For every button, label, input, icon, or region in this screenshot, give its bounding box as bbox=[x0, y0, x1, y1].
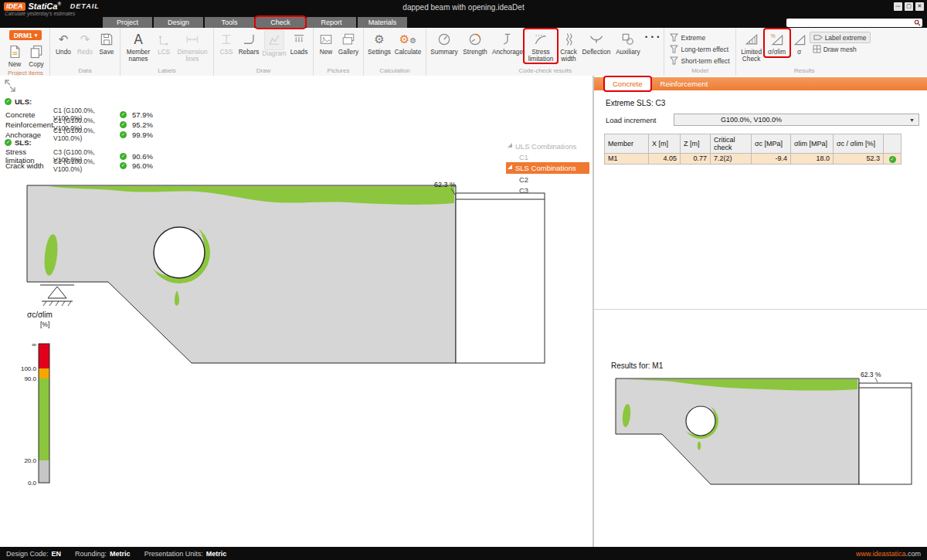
col-sigma-c[interactable]: σc [MPa] bbox=[752, 134, 791, 154]
copy-icon bbox=[29, 44, 44, 59]
long-term-effect-toggle[interactable]: Long-term effect bbox=[667, 43, 732, 55]
overflow-button[interactable]: • • • bbox=[643, 33, 661, 41]
label-extreme-toggle[interactable]: Label extreme bbox=[810, 32, 871, 43]
dimension-lines-button[interactable]: Dimension lines bbox=[174, 29, 211, 63]
member-names-button[interactable]: A Member names bbox=[123, 29, 154, 63]
sigma-icon bbox=[792, 32, 807, 47]
table-header-row: Member X [m] Z [m] Critical check σc [MP… bbox=[605, 134, 902, 154]
search-icon[interactable] bbox=[914, 19, 921, 26]
calculate-button[interactable]: ⚙⚙ Calculate bbox=[392, 29, 423, 56]
gears-icon: ⚙⚙ bbox=[399, 34, 416, 46]
draw-mesh-toggle[interactable]: Draw mesh bbox=[810, 43, 871, 55]
tree-item-c3[interactable]: C3 bbox=[506, 185, 589, 195]
beam-outline bbox=[27, 185, 456, 363]
save-button[interactable]: Save bbox=[96, 29, 117, 56]
undo-icon: ↶ bbox=[59, 34, 69, 46]
minimize-icon[interactable]: — bbox=[894, 2, 902, 11]
gallery-button[interactable]: Gallery bbox=[336, 29, 361, 56]
expander-icon[interactable] bbox=[508, 143, 512, 148]
col-member[interactable]: Member bbox=[605, 134, 649, 154]
new-project-item-button[interactable]: New bbox=[4, 42, 25, 69]
extreme-filter-icon bbox=[670, 33, 678, 42]
auxiliary-button[interactable]: Auxiliary bbox=[613, 29, 643, 56]
settings-button[interactable]: ⚙ Settings bbox=[366, 29, 392, 56]
dimension-lines-icon bbox=[185, 32, 200, 46]
sigma-button[interactable]: σ bbox=[789, 29, 810, 56]
css-button[interactable]: CSS bbox=[216, 29, 236, 56]
anchorage-button[interactable]: Anchorage bbox=[491, 29, 525, 56]
label-tag-icon bbox=[813, 33, 823, 42]
member-preview-drawing[interactable]: 62.3 % bbox=[594, 369, 927, 490]
col-ratio[interactable]: σc / σlim [%] bbox=[834, 134, 884, 154]
beam-drawing[interactable]: 62.3 % σc/σlim [%] ∞ 100.0 90.0 20.0 0.0 bbox=[0, 76, 593, 547]
tree-item-uls-combinations[interactable]: ULS Combinations bbox=[506, 141, 589, 151]
undo-button[interactable]: ↶ Undo bbox=[53, 29, 74, 56]
support-symbol bbox=[40, 285, 74, 306]
design-code-status: Design Code:EN bbox=[6, 550, 61, 558]
tree-item-c2[interactable]: C2 bbox=[506, 174, 589, 185]
drm1-dropdown[interactable]: DRM1▾ bbox=[9, 30, 42, 40]
deflection-button[interactable]: Deflection bbox=[580, 29, 613, 56]
strength-button[interactable]: Strength bbox=[460, 29, 491, 56]
photo-icon bbox=[318, 32, 334, 46]
short-term-icon bbox=[670, 56, 678, 65]
beam-outline-small bbox=[616, 378, 859, 484]
tab-reinforcement[interactable]: Reinforcement bbox=[653, 77, 716, 90]
col-sigma-lim[interactable]: σlim [MPa] bbox=[791, 134, 834, 154]
tab-report[interactable]: Report bbox=[307, 17, 356, 28]
diagram-icon bbox=[267, 33, 281, 47]
expander-icon[interactable] bbox=[508, 165, 512, 169]
load-increment-select[interactable]: G100.0%, V100.0% ▼ bbox=[674, 114, 919, 126]
col-critical-check[interactable]: Critical check bbox=[711, 134, 752, 154]
anchorage-icon bbox=[500, 32, 515, 47]
crack-width-button[interactable]: Crack width bbox=[557, 29, 580, 63]
col-z[interactable]: Z [m] bbox=[681, 134, 711, 154]
diagram-button[interactable]: Diagram bbox=[261, 29, 287, 58]
new-page-icon bbox=[7, 44, 22, 59]
cell-sigma-c: -9.4 bbox=[752, 154, 791, 165]
legend-unit: [%] bbox=[40, 321, 49, 328]
table-row-m1[interactable]: M1 4.05 0.77 7.2(2) -9.4 18.0 52.3 bbox=[605, 154, 902, 165]
end-block bbox=[456, 193, 545, 363]
maximize-icon[interactable]: ▢ bbox=[905, 2, 913, 11]
summary-gauge-icon bbox=[436, 32, 452, 47]
col-x[interactable]: X [m] bbox=[649, 134, 681, 154]
save-icon bbox=[99, 32, 114, 47]
sigma-over-sigmalim-button[interactable]: % σ/σlim bbox=[765, 29, 789, 56]
ribbon-group-labels: A Member names LCS Dimension lines Label… bbox=[121, 28, 214, 76]
tab-project[interactable]: Project bbox=[103, 17, 152, 28]
close-icon[interactable]: ✕ bbox=[915, 2, 924, 11]
short-term-effect-toggle[interactable]: Short-term effect bbox=[667, 55, 732, 66]
long-term-icon bbox=[670, 45, 678, 53]
member-names-icon: A bbox=[134, 33, 143, 46]
rebars-button[interactable]: Rebars bbox=[236, 29, 261, 56]
new-picture-button[interactable]: New bbox=[316, 29, 336, 56]
tab-check[interactable]: Check bbox=[256, 17, 305, 28]
copy-project-item-button[interactable]: Copy bbox=[25, 42, 47, 69]
tab-concrete[interactable]: Concrete bbox=[605, 77, 650, 90]
website-link[interactable]: www.ideastatica.com bbox=[856, 550, 921, 558]
summary-button[interactable]: Summary bbox=[429, 29, 460, 56]
tree-item-c1[interactable]: C1 bbox=[506, 151, 589, 162]
app-tagline: Calculate yesterday's estimates bbox=[5, 11, 75, 16]
deflection-icon bbox=[589, 32, 604, 47]
tab-design[interactable]: Design bbox=[154, 17, 203, 28]
extreme-value-label: 62.3 % bbox=[434, 181, 456, 188]
limited-check-button[interactable]: Limited Check bbox=[739, 29, 765, 63]
tab-materials[interactable]: Materials bbox=[358, 17, 407, 28]
model-canvas[interactable]: ULS: Concrete C1 (G100.0%, V100.0%) 57.9… bbox=[0, 76, 593, 547]
lcs-button[interactable]: LCS bbox=[154, 29, 174, 56]
legend-tick: 0.0 bbox=[28, 480, 37, 487]
extreme-toggle[interactable]: Extreme bbox=[667, 32, 732, 43]
ribbon-group-project-items: DRM1▾ New Copy Project items bbox=[2, 28, 50, 76]
search-input[interactable] bbox=[786, 19, 914, 26]
tab-tools[interactable]: Tools bbox=[205, 17, 254, 28]
stress-limitation-button[interactable]: Stress limitation bbox=[525, 29, 557, 63]
panel-divider[interactable] bbox=[594, 309, 927, 310]
title-bar: IDEA StatiCa® DETAIL Calculate yesterday… bbox=[0, 0, 927, 17]
redo-button[interactable]: ↷ Redo bbox=[74, 29, 96, 56]
legend-tick: 100.0 bbox=[21, 365, 37, 372]
tree-item-sls-combinations[interactable]: SLS Combinations bbox=[506, 162, 589, 174]
loads-button[interactable]: Loads bbox=[287, 29, 311, 56]
window-controls: — ▢ ✕ bbox=[894, 2, 924, 11]
